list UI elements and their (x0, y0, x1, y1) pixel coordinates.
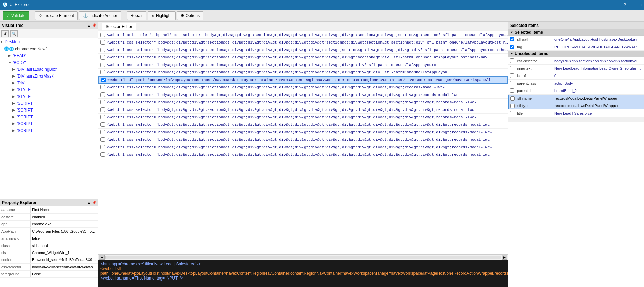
selector-checkbox[interactable] (98, 100, 107, 104)
selector-checkbox-input[interactable] (101, 78, 106, 82)
selector-checkbox[interactable] (98, 152, 107, 157)
right-prop-checkbox-input[interactable] (510, 37, 514, 41)
right-unselected-checkbox-input[interactable] (510, 96, 515, 101)
tree-item[interactable]: 🌐🌐 chrome.exe New` (0, 45, 98, 52)
tree-item[interactable]: 'SCRIPT' (0, 114, 98, 120)
tree-item[interactable]: Desktop (0, 38, 98, 45)
highlight-button[interactable]: ◈ Highlight (148, 11, 176, 20)
selector-hscroll[interactable]: ◀ ▶ (98, 254, 508, 260)
selector-checkbox-input[interactable] (100, 63, 105, 67)
repair-button[interactable]: Repair (127, 11, 146, 20)
validate-button[interactable]: ✓ Validate (3, 11, 29, 20)
prop-collapse-icon[interactable]: ▲ (87, 201, 91, 204)
selector-checkbox-input[interactable] (100, 107, 105, 112)
unselected-property-row[interactable]: sfl-typerecords:modalLwcDetailPanelWrapp… (508, 102, 644, 109)
right-unselected-checkbox-input[interactable] (510, 88, 514, 93)
selector-row[interactable]: <webctrl css-selector='body&gt;div&gt;di… (98, 114, 508, 121)
tree-item[interactable]: 'SCRIPT' (0, 107, 98, 114)
tree-item[interactable]: 'STYLE' (0, 86, 98, 93)
selector-checkbox[interactable] (98, 145, 107, 149)
unselected-property-row[interactable]: css-selectorbody>div>div>section>div>div… (508, 57, 644, 65)
selector-checkbox[interactable] (99, 78, 107, 82)
right-unselected-checkbox[interactable] (508, 66, 516, 70)
selector-checkbox-input[interactable] (100, 122, 105, 127)
selector-row[interactable]: <webctrl css-selector='body&gt;div&gt;di… (98, 144, 508, 151)
selector-row[interactable]: <webctrl css-selector='body&gt;div&gt;di… (98, 46, 508, 54)
right-hscroll[interactable] (508, 117, 644, 122)
selector-checkbox[interactable] (98, 137, 107, 142)
panel-collapse-icon[interactable]: ▲ (87, 23, 91, 27)
indicate-element-button[interactable]: ⊹ Indicate Element (35, 11, 77, 20)
indicate-anchor-button[interactable]: ⚓ Indicate Anchor (79, 11, 121, 20)
unselected-property-row[interactable]: sfl-namerecordsModalLwcDetailPanelWrappe… (508, 95, 644, 102)
selector-checkbox[interactable] (98, 48, 107, 52)
minimize-icon[interactable]: — (630, 2, 634, 7)
right-unselected-checkbox-input[interactable] (510, 104, 515, 108)
right-unselected-checkbox[interactable] (508, 88, 516, 93)
right-unselected-checkbox-input[interactable] (510, 73, 514, 78)
selector-checkbox-input[interactable] (100, 48, 105, 52)
unselected-property-row[interactable]: titleNew Lead | Salesforce (508, 109, 644, 117)
selector-editor-label[interactable]: Selector Editor (102, 23, 136, 30)
property-row[interactable]: css-selectorbody>div>div>section>div>div… (0, 264, 98, 271)
tree-item[interactable]: 'DIV' (0, 80, 98, 86)
selector-checkbox-input[interactable] (100, 92, 105, 97)
selector-row[interactable]: <webctrl css-selector='body&gt;div&gt;di… (98, 39, 508, 46)
selected-property-row[interactable]: tagRECORDS-MODAL-LWC-DETAIL-PANEL-WRAPPE… (508, 43, 644, 51)
selector-checkbox-input[interactable] (100, 70, 105, 74)
selector-row[interactable]: <webctrl css-selector='body&gt;div&gt;di… (98, 99, 508, 106)
property-row[interactable]: aanameFirst Name (0, 206, 98, 214)
property-row[interactable]: cookieBrowserId_sec=Y4d1d89aEeuz-8X9XNyW… (0, 256, 98, 264)
right-unselected-checkbox-input[interactable] (510, 111, 514, 115)
selector-row[interactable]: <webctrl css-selector='body&gt;div&gt;di… (98, 84, 508, 91)
selector-checkbox[interactable] (98, 70, 107, 74)
selector-checkbox[interactable] (98, 130, 107, 134)
tree-item[interactable]: 'HEAD' (0, 52, 98, 59)
selector-checkbox[interactable] (98, 107, 107, 112)
tree-item[interactable]: 'SCRIPT' (0, 120, 98, 127)
property-row[interactable]: appchrome.exe (0, 221, 98, 228)
selector-checkbox[interactable] (98, 122, 107, 127)
selector-row[interactable]: <webctrl css-selector='body&gt;div&gt;di… (98, 151, 508, 158)
selector-checkbox-input[interactable] (100, 40, 105, 45)
help-icon[interactable]: ? (624, 2, 626, 7)
right-prop-checkbox[interactable] (508, 37, 516, 41)
selector-checkbox-input[interactable] (100, 55, 105, 60)
selected-property-row[interactable]: sfl-pathoneOne/lafAppLayoutHost:host/nav… (508, 36, 644, 43)
hscroll-right-button[interactable]: ▶ (502, 255, 507, 260)
selector-checkbox[interactable] (98, 115, 107, 119)
right-unselected-checkbox[interactable] (509, 104, 516, 108)
selector-checkbox-input[interactable] (100, 130, 105, 134)
selector-row[interactable]: <webctrl css-selector='body&gt;div&gt;di… (98, 54, 508, 61)
unselected-property-row[interactable]: parentclassactionBody (508, 80, 644, 87)
selector-checkbox[interactable] (98, 85, 107, 89)
maximize-icon[interactable]: □ (639, 2, 641, 7)
selector-row[interactable]: <webctrl css-selector='body&gt;div&gt;di… (98, 69, 508, 76)
selector-checkbox-input[interactable] (100, 145, 105, 149)
unselected-property-row[interactable]: parentidbrandBand_2 (508, 87, 644, 95)
right-prop-checkbox-input[interactable] (510, 45, 514, 49)
right-unselected-checkbox[interactable] (508, 58, 516, 63)
right-unselected-checkbox-input[interactable] (510, 81, 514, 85)
selector-row[interactable]: <webctrl css-selector='body&gt;div&gt;di… (98, 121, 508, 129)
right-unselected-checkbox[interactable] (508, 81, 516, 85)
selector-checkbox[interactable] (98, 40, 107, 45)
selector-checkbox-input[interactable] (100, 152, 105, 157)
selector-list[interactable]: <webctrl aria-role='tabpanel' css-select… (98, 31, 508, 254)
selector-row[interactable]: <webctrl css-selector='body&gt;div&gt;di… (98, 91, 508, 99)
selector-row[interactable]: <webctrl css-selector='body&gt;div&gt;di… (98, 129, 508, 136)
tree-item[interactable]: 'BODY' (0, 59, 98, 66)
selector-checkbox-input[interactable] (100, 115, 105, 119)
right-unselected-checkbox-input[interactable] (510, 66, 514, 70)
right-unselected-checkbox[interactable] (508, 111, 516, 115)
right-prop-checkbox[interactable] (508, 45, 516, 49)
unselected-property-row[interactable]: isleaf0 (508, 72, 644, 80)
selector-row[interactable]: <webctrl css-selector='body&gt;div&gt;di… (98, 61, 508, 69)
tree-item[interactable]: 'SCRIPT' (0, 127, 98, 134)
tree-item[interactable]: 'SCRIPT' (0, 100, 98, 107)
property-row[interactable]: aria-invalidfalse (0, 235, 98, 242)
tree-refresh-button[interactable]: ↺ (1, 30, 9, 37)
property-row[interactable]: clsChrome_WidgetWin_1 (0, 249, 98, 256)
selector-row[interactable]: <webctrl sfl-path='oneOne/lafAppLayoutHo… (98, 76, 508, 84)
property-row[interactable]: aastateenabled (0, 214, 98, 221)
